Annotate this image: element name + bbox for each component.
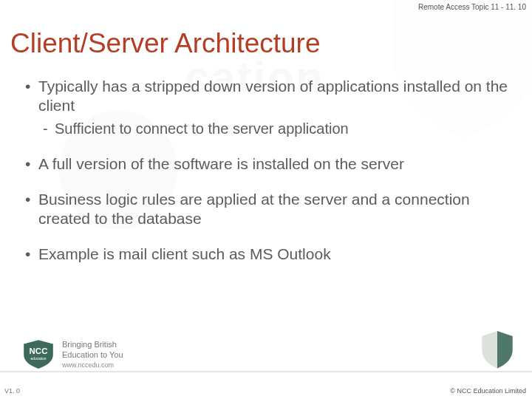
footer-url: www.nccedu.com [62, 361, 123, 369]
ncc-logo-icon: NCC education [22, 340, 55, 369]
version-label: V1. 0 [4, 387, 20, 395]
sub-bullet-text: Sufficient to connect to the server appl… [55, 120, 349, 137]
slide-content: Typically has a stripped down version of… [22, 77, 510, 281]
bullet-item: Typically has a stripped down version of… [22, 77, 510, 138]
slide-title: Client/Server Architecture [10, 28, 321, 59]
bullet-item: Example is mail client such as MS Outloo… [22, 245, 510, 264]
bullet-item: Business logic rules are applied at the … [22, 190, 510, 229]
footer-tagline: Bringing British Education to You www.nc… [62, 340, 123, 369]
bullet-text: Example is mail client such as MS Outloo… [38, 245, 331, 262]
tagline-line-2: Education to You [62, 350, 123, 360]
slide: cation Remote Access Topic 11 - 11. 10 C… [0, 0, 532, 399]
sub-bullet-item: Sufficient to connect to the server appl… [38, 119, 510, 138]
header-topic: Remote Access Topic 11 - 11. 10 [418, 3, 526, 11]
tagline-line-1: Bringing British [62, 340, 123, 349]
footer-divider [0, 371, 532, 372]
bullet-text: Typically has a stripped down version of… [38, 78, 508, 114]
copyright-label: © NCC Education Limited [450, 387, 526, 395]
corner-shield-icon [480, 331, 514, 368]
footer-logo: NCC education Bringing British Education… [22, 340, 123, 369]
logo-sub: education [31, 357, 47, 361]
bullet-text: A full version of the software is instal… [38, 155, 404, 172]
bullet-text: Business logic rules are applied at the … [38, 191, 470, 227]
logo-label: NCC [30, 347, 48, 355]
bullet-item: A full version of the software is instal… [22, 154, 510, 174]
